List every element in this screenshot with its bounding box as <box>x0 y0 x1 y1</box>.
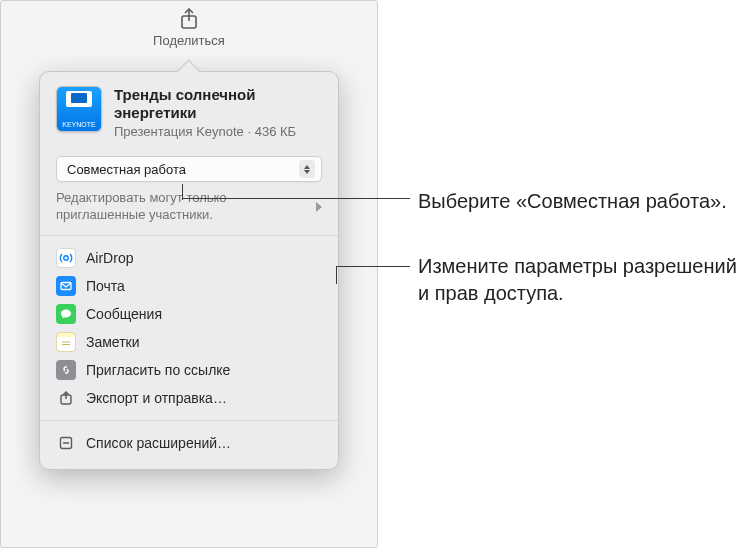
share-item-link[interactable]: Пригласить по ссылке <box>40 356 338 384</box>
share-item-export[interactable]: Экспорт и отправка… <box>40 384 338 412</box>
updown-arrows-icon <box>299 160 315 178</box>
share-popover: KEYNOTE Тренды солнечной энергетики През… <box>39 71 339 470</box>
toolbar-share-button[interactable]: Поделиться <box>1 1 377 48</box>
document-thumbnail: KEYNOTE <box>56 86 102 132</box>
toolbar-share-label: Поделиться <box>153 33 225 48</box>
share-item-label: Сообщения <box>86 306 162 322</box>
callout-leader <box>182 198 410 199</box>
export-icon <box>56 388 76 408</box>
share-destination-list: AirDrop Почта Сообщения <box>40 238 338 418</box>
divider <box>40 420 338 421</box>
document-meta: Тренды солнечной энергетики Презентация … <box>114 86 322 140</box>
chevron-right-icon <box>316 202 322 212</box>
document-header: KEYNOTE Тренды солнечной энергетики През… <box>40 86 338 150</box>
airdrop-icon <box>56 248 76 268</box>
share-item-label: AirDrop <box>86 250 133 266</box>
messages-icon <box>56 304 76 324</box>
callout-leader <box>336 266 410 267</box>
svg-point-1 <box>64 256 68 260</box>
share-item-label: Почта <box>86 278 125 294</box>
permissions-text: Редактировать могут только приглашенные … <box>56 190 286 223</box>
permissions-button[interactable]: Редактировать могут только приглашенные … <box>40 182 338 233</box>
share-item-label: Экспорт и отправка… <box>86 390 227 406</box>
extensions-icon <box>56 433 76 453</box>
doc-thumb-badge: KEYNOTE <box>62 121 95 128</box>
share-item-messages[interactable]: Сообщения <box>40 300 338 328</box>
document-subtitle: Презентация Keynote · 436 КБ <box>114 124 322 140</box>
share-item-notes[interactable]: Заметки <box>40 328 338 356</box>
collaboration-mode-value: Совместная работа <box>67 162 186 177</box>
share-item-airdrop[interactable]: AirDrop <box>40 244 338 272</box>
document-title: Тренды солнечной энергетики <box>114 86 322 122</box>
divider <box>40 235 338 236</box>
notes-icon <box>56 332 76 352</box>
share-icon <box>175 7 203 31</box>
share-item-mail[interactable]: Почта <box>40 272 338 300</box>
link-icon <box>56 360 76 380</box>
callout-text-2: Измените параметры разрешений и прав дос… <box>418 253 738 307</box>
collaboration-mode-select[interactable]: Совместная работа <box>56 156 322 182</box>
app-window: Поделиться KEYNOTE Тренды солнечной энер… <box>0 0 378 548</box>
svg-point-9 <box>67 442 69 444</box>
mail-icon <box>56 276 76 296</box>
share-item-label: Заметки <box>86 334 140 350</box>
svg-point-7 <box>63 442 65 444</box>
extensions-button[interactable]: Список расширений… <box>40 429 338 457</box>
svg-point-8 <box>65 442 67 444</box>
share-item-label: Пригласить по ссылке <box>86 362 230 378</box>
extensions-label: Список расширений… <box>86 435 231 451</box>
callout-text-1: Выберите «Совместная работа». <box>418 188 738 215</box>
